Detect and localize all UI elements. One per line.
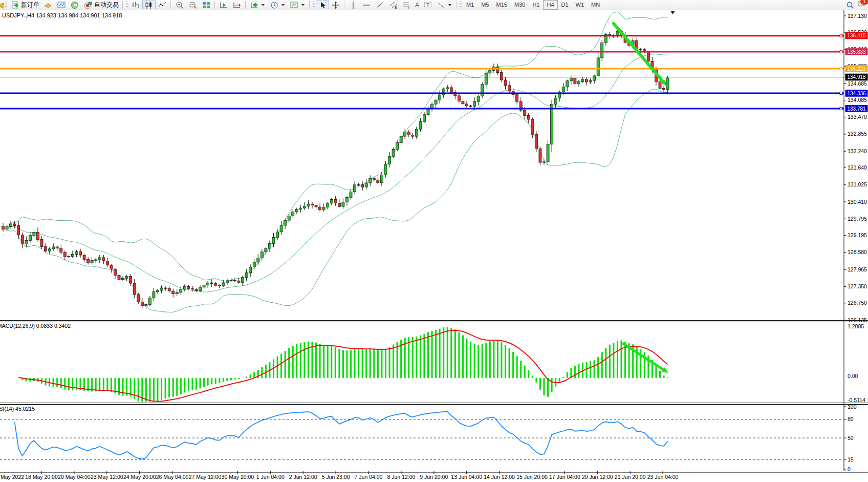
- time-tick-label: 15 Jun 20:00: [516, 474, 548, 480]
- rsi-axis-label: 100: [848, 404, 857, 410]
- arrows-tool-button[interactable]: [435, 1, 454, 9]
- line-anchor-marker[interactable]: [840, 68, 842, 70]
- bull-candle: [272, 237, 275, 243]
- bull-candle: [52, 247, 55, 249]
- bull-candle: [380, 175, 383, 183]
- bear-candle: [114, 269, 116, 276]
- bull-candle: [10, 224, 12, 226]
- bull-candle: [327, 203, 329, 207]
- chart-shift-icon: [232, 1, 242, 9]
- bollinger-bands: [7, 12, 668, 312]
- timeframe-M30[interactable]: M30: [511, 0, 529, 10]
- time-tick-label: 27 May 12:00: [189, 474, 222, 480]
- macd-indicator-label: MACD(12,26,9) 0.0833 0.3402: [0, 323, 71, 329]
- text-tool-button[interactable]: A: [413, 1, 421, 9]
- toolbar-drag-handle[interactable]: [460, 2, 462, 9]
- macd-axis-label: -0.5114: [848, 397, 865, 403]
- bull-candle: [489, 70, 491, 73]
- price-tick-label: 132.855: [848, 131, 867, 137]
- bear-candle: [450, 88, 452, 92]
- auto-trading-button[interactable]: 自动交易: [81, 1, 121, 9]
- tile-windows-button[interactable]: [200, 1, 213, 9]
- bull-candle: [176, 292, 178, 294]
- cursor-tool-button[interactable]: [316, 1, 329, 9]
- timeframe-MN[interactable]: MN: [588, 0, 603, 10]
- bear-candle: [79, 252, 82, 255]
- bull-candle: [222, 283, 225, 286]
- notifications-button[interactable]: 1: [857, 0, 866, 10]
- macd-axis-label: 0.00: [848, 373, 858, 379]
- text-tool-letter: A: [415, 2, 419, 9]
- crosshair-tool-button[interactable]: [329, 1, 342, 9]
- svg-text:T: T: [426, 3, 429, 8]
- signals-button[interactable]: [68, 1, 81, 9]
- bull-candle: [160, 288, 163, 290]
- charts-window-button[interactable]: [55, 1, 68, 9]
- clipped-toolbar-icon[interactable]: [0, 1, 4, 9]
- channel-tool-button[interactable]: E: [386, 1, 400, 9]
- bear-candle: [56, 247, 58, 248]
- horizontal-line-tool-button[interactable]: [360, 1, 373, 9]
- bull-candle: [284, 220, 287, 225]
- bear-candle: [195, 289, 198, 291]
- separator: [344, 1, 345, 9]
- bear-candle: [2, 226, 5, 229]
- line-chart-mode-button[interactable]: [156, 1, 169, 9]
- bull-candle: [481, 85, 484, 96]
- label-tool-button[interactable]: T: [421, 1, 435, 9]
- timeframe-H1[interactable]: H1: [529, 0, 543, 10]
- horizontal-line-icon: [362, 1, 371, 9]
- timeframe-H4[interactable]: H4: [543, 0, 557, 10]
- timeframe-M5[interactable]: M5: [478, 0, 492, 10]
- timeframe-D1[interactable]: D1: [558, 0, 572, 10]
- timeframe-M1[interactable]: M1: [463, 0, 478, 10]
- price-line-label: 134.918: [847, 74, 866, 80]
- auto-scroll-button[interactable]: [217, 1, 230, 9]
- line-anchor-marker[interactable]: [840, 51, 842, 53]
- vertical-line-tool-button[interactable]: [346, 1, 360, 9]
- template-button[interactable]: [288, 1, 308, 9]
- chart-shift-button[interactable]: [230, 1, 244, 9]
- separator: [170, 1, 171, 9]
- price-tick-label: 126.135: [848, 317, 867, 323]
- chart-canvas[interactable]: 137.130136.520135.910135.300134.685134.0…: [0, 0, 868, 482]
- add-indicator-button[interactable]: [248, 1, 268, 9]
- bar-chart-mode-button[interactable]: [129, 1, 142, 9]
- toolbar-drag-handle[interactable]: [313, 2, 315, 9]
- chart-shift-marker[interactable]: [670, 11, 675, 14]
- new-order-button[interactable]: 新订单: [8, 1, 41, 9]
- fibonacci-tool-button[interactable]: F: [400, 1, 413, 9]
- svg-text:F: F: [408, 6, 410, 9]
- crosshair-icon: [331, 1, 340, 9]
- line-anchor-marker[interactable]: [840, 34, 842, 37]
- timeframe-toolbar: M1M5M15M30H1H4D1W1MN: [463, 0, 603, 10]
- trend-arrow-main[interactable]: [614, 24, 667, 86]
- time-tick-label: 7 Jun 04:00: [355, 474, 383, 480]
- timeframe-W1[interactable]: W1: [572, 0, 588, 10]
- trendline-tool-button[interactable]: [373, 1, 386, 9]
- line-anchor-marker[interactable]: [840, 92, 842, 94]
- price-tick-label: 127.350: [848, 283, 867, 289]
- period-button[interactable]: [268, 1, 288, 9]
- bull-candle: [477, 96, 480, 102]
- search-button[interactable]: [843, 1, 857, 9]
- bear-candle: [110, 265, 113, 269]
- bull-candle: [75, 252, 78, 254]
- bear-candle: [411, 135, 414, 137]
- dropdown-arrow-icon: [301, 4, 305, 6]
- toolbar-drag-handle[interactable]: [5, 2, 7, 9]
- zoom-out-button[interactable]: [186, 1, 200, 9]
- zoom-in-button[interactable]: [173, 1, 186, 9]
- bear-candle: [21, 235, 24, 244]
- market-watch-button[interactable]: [41, 1, 55, 9]
- timeframe-M15[interactable]: M15: [493, 0, 511, 10]
- bull-candle: [384, 164, 387, 175]
- toolbar-drag-handle[interactable]: [126, 2, 128, 9]
- dropdown-arrow-icon: [281, 4, 285, 6]
- line-anchor-marker[interactable]: [840, 107, 842, 110]
- bollinger-middle-band: [7, 54, 668, 292]
- bull-candle: [183, 286, 186, 289]
- candlestick-mode-button[interactable]: [142, 1, 156, 9]
- bull-candle: [666, 78, 669, 89]
- bear-candle: [334, 199, 337, 203]
